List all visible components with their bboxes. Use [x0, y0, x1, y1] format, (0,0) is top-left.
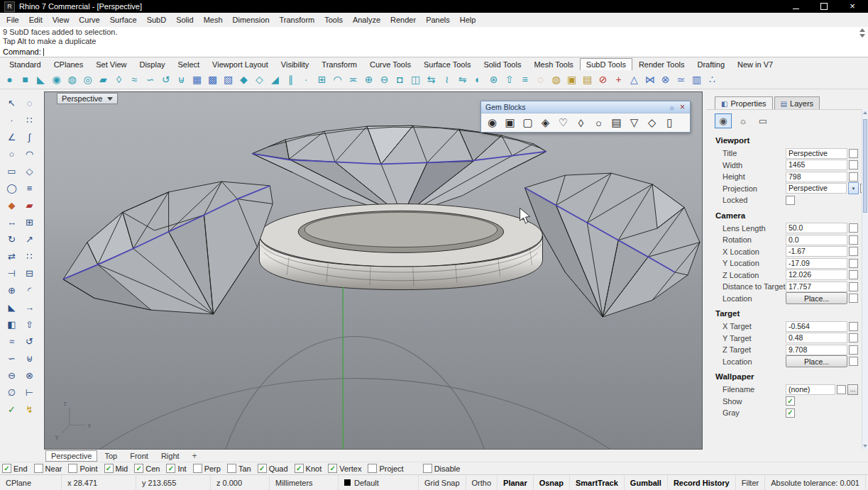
status-cell[interactable]: Millimeters — [270, 475, 339, 490]
subd-to-nurbs-icon[interactable]: ▧ — [221, 72, 236, 87]
pear-gem-icon[interactable]: ◊ — [572, 116, 590, 130]
shield-gem-icon[interactable]: ◇ — [643, 116, 661, 130]
menu-item[interactable]: Mesh — [199, 13, 228, 26]
scroll-down-icon[interactable] — [863, 445, 867, 447]
menu-item[interactable]: Transform — [275, 13, 320, 26]
quadremesh-icon[interactable]: ▩ — [205, 72, 220, 87]
property-checkbox[interactable] — [837, 385, 846, 394]
radiate-icon[interactable]: ⊛ — [486, 72, 501, 87]
osnap-toggle[interactable]: Near — [34, 464, 62, 473]
scrollbar-thumb[interactable] — [863, 119, 867, 213]
select-faces-icon[interactable]: ▣ — [564, 72, 579, 87]
property-checkbox[interactable] — [849, 322, 858, 331]
property-value-field[interactable]: 798 — [786, 172, 847, 182]
mark-crease-icon[interactable]: △ — [627, 72, 642, 87]
maximize-button[interactable] — [820, 1, 828, 11]
property-value-field[interactable]: -1.67 — [786, 246, 847, 257]
ellipse-icon[interactable]: ◯ — [4, 180, 21, 196]
lasso-select-icon[interactable]: ◌ — [21, 95, 38, 111]
property-checkbox[interactable] — [786, 396, 795, 406]
heart-gem-icon[interactable]: ♡ — [554, 116, 572, 130]
menu-item[interactable]: Tools — [319, 13, 348, 26]
viewport-title-tab[interactable]: Perspective — [57, 93, 118, 104]
oval-gem-icon[interactable]: ○ — [590, 116, 608, 130]
viewport-page-tab[interactable]: Perspective — [45, 450, 97, 462]
viewport-page-tab[interactable]: Right — [155, 450, 185, 462]
osnap-toggle[interactable]: Int — [166, 464, 186, 473]
insert-edge-loop-icon[interactable]: ∥ — [283, 72, 298, 87]
checkbox-icon[interactable] — [134, 464, 143, 473]
property-checkbox[interactable] — [849, 149, 858, 158]
menu-item[interactable]: Render — [385, 13, 421, 26]
property-value-field[interactable]: 50.0 — [786, 223, 847, 233]
checkbox-icon[interactable] — [104, 464, 114, 473]
osnap-toggle[interactable]: Quad — [258, 464, 288, 473]
checkbox-icon[interactable] — [328, 464, 337, 473]
gear-icon[interactable]: ☼ — [666, 103, 677, 112]
property-checkbox[interactable] — [849, 270, 858, 279]
subd-from-curves-icon[interactable]: ◊ — [111, 72, 126, 87]
bridge-icon[interactable]: ◠ — [330, 72, 345, 87]
viewport-page-tab[interactable]: Front — [124, 450, 154, 462]
toolbar-tab[interactable]: Viewport Layout — [206, 58, 275, 70]
subd-loft-icon[interactable]: ≈ — [127, 72, 142, 87]
unweld-edge-icon[interactable]: ⋈ — [642, 72, 657, 87]
cushion-gem-icon[interactable]: ▢ — [519, 116, 537, 130]
delete-face-icon[interactable]: ⊖ — [377, 72, 392, 87]
osnap-toggle[interactable]: Knot — [295, 464, 322, 473]
menu-item[interactable]: Dimension — [228, 13, 275, 26]
property-checkbox[interactable] — [849, 235, 858, 245]
viewport-page-tab[interactable]: Top — [99, 450, 123, 462]
property-checkbox[interactable] — [786, 196, 795, 205]
sweep-icon[interactable]: ∽ — [4, 350, 21, 367]
subd-uncrease-icon[interactable]: ◇ — [252, 72, 267, 87]
select-ring-icon[interactable]: ◍ — [549, 72, 564, 87]
subd-bevel-icon[interactable]: ◢ — [268, 72, 282, 87]
toolbar-tab[interactable]: Curve Tools — [363, 58, 417, 70]
slide-edge-icon[interactable]: ⇆ — [424, 72, 439, 87]
property-checkbox[interactable] — [849, 172, 858, 182]
property-value-field[interactable]: -0.564 — [786, 321, 847, 332]
mirror-icon[interactable]: ⇄ — [4, 248, 21, 265]
property-value-field[interactable]: 12.026 — [786, 269, 847, 280]
split-icon[interactable]: ⊟ — [21, 265, 38, 282]
checkbox-icon[interactable] — [368, 464, 377, 473]
ring-model[interactable] — [259, 204, 542, 289]
osnap-toggle[interactable]: Mid — [104, 464, 128, 473]
subd-cone-icon[interactable]: ◣ — [33, 72, 48, 87]
curve-icon[interactable]: ∫ — [21, 129, 38, 145]
osnap-toggle[interactable]: Cen — [134, 464, 160, 473]
status-cell[interactable]: Planar — [498, 475, 534, 490]
place-button[interactable]: Place... — [786, 292, 847, 304]
toolbar-tab[interactable]: Select — [172, 58, 207, 70]
checkbox-icon[interactable] — [166, 464, 175, 473]
panel-scrollbar[interactable] — [862, 109, 868, 450]
chamfer-icon[interactable]: ◣ — [4, 299, 21, 316]
menu-item[interactable]: Curve — [74, 13, 104, 26]
sun-icon[interactable]: ☼ — [735, 113, 752, 128]
browse-button[interactable]: ... — [847, 384, 858, 395]
filter-icon[interactable]: ▤ — [580, 72, 595, 87]
checkbox-icon[interactable] — [2, 464, 11, 473]
boolean-difference-icon[interactable]: ⊖ — [4, 367, 21, 384]
property-value-field[interactable]: -17.09 — [786, 258, 847, 269]
subd-box-icon[interactable]: ■ — [18, 72, 33, 87]
pack-faces-icon[interactable]: ▥ — [689, 72, 704, 87]
repair-subd-icon[interactable]: + — [611, 72, 626, 87]
reflect-icon[interactable]: ◐ — [471, 72, 485, 87]
toolbar-tab[interactable]: Visibility — [275, 58, 316, 70]
property-checkbox[interactable] — [849, 247, 858, 256]
property-value-field[interactable]: Perspective — [786, 183, 847, 194]
multipipe-icon[interactable]: ⊎ — [174, 72, 189, 87]
property-checkbox[interactable] — [849, 223, 858, 233]
monitor-icon[interactable]: ▭ — [754, 113, 771, 128]
select-loop-icon[interactable]: ◌ — [533, 72, 548, 87]
checkbox-icon[interactable] — [68, 464, 77, 473]
revolve-icon[interactable]: ↺ — [21, 333, 38, 350]
dimension-icon[interactable]: ⊢ — [21, 384, 38, 401]
property-checkbox[interactable] — [849, 357, 858, 366]
subd-sphere-icon[interactable]: ● — [2, 72, 17, 87]
toolbar-tab[interactable]: SubD Tools — [580, 58, 632, 70]
trillion-gem-icon[interactable]: ▽ — [625, 116, 643, 130]
property-checkbox[interactable] — [849, 160, 858, 169]
